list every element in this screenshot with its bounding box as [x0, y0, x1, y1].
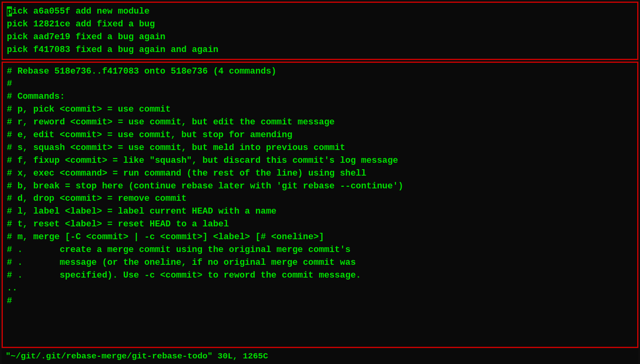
bottom-line-7: # f, fixup <commit> = like "squash", but… [7, 154, 633, 167]
bottom-line-2: # Commands: [7, 90, 633, 103]
bottom-line-11: # l, label <label> = label current HEAD … [7, 205, 633, 218]
bottom-line-10: # d, drop <commit> = remove commit [7, 192, 633, 205]
status-bar: "~/git/.git/rebase-merge/git-rebase-todo… [2, 349, 638, 364]
top-section: pick a6a055f add new module pick 12821ce… [2, 2, 638, 60]
bottom-line-8: # x, exec <command> = run command (the r… [7, 167, 633, 180]
bottom-line-13: # m, merge [-C <commit> | -c <commit>] <… [7, 231, 633, 244]
bottom-line-9: # b, break = stop here (continue rebase … [7, 180, 633, 193]
bottom-line-16: # . specified). Use -c <commit> to rewor… [7, 269, 633, 282]
bottom-line-6: # s, squash <commit> = use commit, but m… [7, 142, 633, 154]
bottom-line-15: # . message (or the oneline, if no origi… [7, 256, 633, 269]
bottom-line-17: .. [7, 282, 633, 295]
bottom-line-5: # e, edit <commit> = use commit, but sto… [7, 129, 633, 142]
bottom-line-4: # r, reword <commit> = use commit, but e… [7, 116, 633, 129]
cursor: p [7, 6, 12, 16]
bottom-line-14: # . create a merge commit using the orig… [7, 244, 633, 256]
bottom-line-3: # p, pick <commit> = use commit [7, 103, 633, 116]
top-line-2: pick 12821ce add fixed a bug [7, 18, 633, 31]
bottom-line-12: # t, reset <label> = reset HEAD to a lab… [7, 218, 633, 231]
bottom-line-18: # [7, 295, 633, 308]
bottom-line-0: # Rebase 518e736..f417083 onto 518e736 (… [7, 65, 633, 78]
bottom-line-1: # [7, 78, 633, 90]
top-line-3: pick aad7e19 fixed a bug again [7, 31, 633, 44]
terminal: pick a6a055f add new module pick 12821ce… [0, 0, 640, 364]
top-line-1-text: ick a6a055f add new module [12, 6, 149, 16]
status-text: "~/git/.git/rebase-merge/git-rebase-todo… [6, 350, 634, 362]
bottom-section: # Rebase 518e736..f417083 onto 518e736 (… [2, 62, 638, 348]
top-line-4: pick f417083 fixed a bug again and again [7, 44, 633, 56]
top-line-1: pick a6a055f add new module [7, 5, 633, 18]
